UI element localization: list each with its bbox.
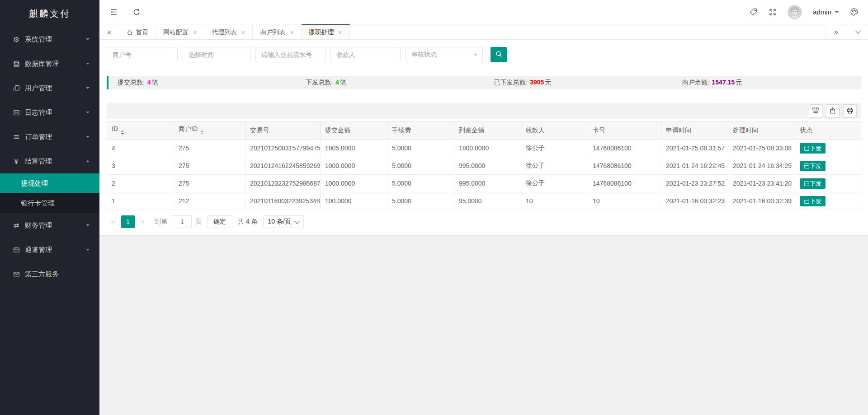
tab[interactable]: 网站配置× (156, 24, 204, 39)
sidebar-item-label: 通道管理 (25, 246, 86, 254)
sidebar-item-label: 数据库管理 (25, 60, 86, 68)
fullscreen-icon[interactable] (769, 8, 777, 16)
tabs: 首页网站配置×代理列表×商户列表×提现处理× (119, 24, 350, 39)
sidebar-item[interactable]: 第三方服务 (0, 262, 99, 286)
status-badge: 已下发 (800, 161, 826, 171)
chevron-down-icon (86, 112, 90, 115)
exchange-icon: ⇄ (12, 221, 21, 229)
export-button[interactable] (826, 104, 840, 118)
prev-page-button[interactable]: < (107, 215, 119, 228)
close-icon[interactable]: × (241, 29, 245, 36)
tab[interactable]: 代理列表× (204, 24, 253, 39)
payee-input[interactable] (330, 47, 401, 62)
merchant-no-input[interactable] (107, 47, 178, 62)
table-cell: 2021-01-23 23:41:20 (728, 175, 795, 192)
table-cell: 已下发 (795, 175, 861, 192)
sidebar-subitem[interactable]: 银行卡管理 (0, 193, 99, 213)
stat-value: 4 (147, 79, 151, 86)
sidebar-item-label: 日志管理 (25, 108, 86, 117)
table-cell: 2021-01-24 16:34:25 (728, 157, 795, 175)
table-row: 12122021011600322392534881100.00005.0000… (107, 192, 861, 210)
sort-icon[interactable] (121, 128, 124, 136)
status-badge: 已下发 (800, 178, 826, 189)
tabs-operations-button[interactable] (847, 24, 868, 39)
sidebar-subitem[interactable]: 提现处理 (0, 173, 99, 193)
sidebar-item[interactable]: ⇄ 财务管理 (0, 213, 99, 238)
chevron-down-icon (86, 87, 90, 91)
sidebar-item[interactable]: 通道管理 (0, 238, 99, 262)
chevron-down-icon (86, 224, 90, 228)
table-cell: 3 (107, 157, 174, 175)
table-row: 327520210124162245859269361000.00005.000… (107, 157, 861, 175)
page-label: 页 (195, 218, 202, 226)
stat: 已下发总额: 3905元 (485, 79, 673, 87)
sidebar-item[interactable]: ⚙ 系统管理 (0, 27, 99, 51)
copy-icon (12, 85, 21, 92)
print-button[interactable] (843, 104, 857, 118)
sidebar-item[interactable]: 用户管理 (0, 76, 99, 100)
sidebar-item[interactable]: 日志管理 (0, 100, 99, 125)
page-background (99, 236, 868, 415)
theme-palette-icon[interactable] (850, 8, 859, 16)
tab[interactable]: 商户列表× (253, 24, 301, 39)
chevron-down-icon (835, 11, 839, 15)
total-count: 共 4 条 (238, 218, 258, 226)
table-cell: 5.0000 (387, 175, 454, 192)
stat-unit: 元 (545, 79, 551, 86)
tab[interactable]: 提现处理× (302, 24, 350, 39)
table-cell: 1000.0000 (321, 175, 387, 192)
table-cell: 2021-01-25 08:33:08 (728, 140, 795, 157)
table-cell: 275 (174, 175, 245, 192)
audit-status-select[interactable]: 审核状态 (406, 47, 483, 62)
home-icon (127, 29, 133, 36)
stat-label: 下发总数: (306, 79, 335, 86)
sidebar-item[interactable]: 数据库管理 (0, 51, 99, 76)
table-cell: 2021-01-25 08:31:57 (661, 140, 728, 157)
user-menu[interactable]: admin (813, 8, 839, 16)
goto-page-input[interactable] (173, 215, 192, 228)
date-input[interactable] (183, 47, 250, 62)
status-badge: 已下发 (800, 196, 826, 206)
column-header[interactable]: 商户ID (174, 122, 245, 140)
search-button[interactable] (491, 47, 507, 62)
close-icon[interactable]: × (290, 29, 293, 36)
column-header: 收款人 (521, 122, 588, 140)
confirm-button[interactable]: 确定 (207, 215, 232, 228)
table-cell: 995.0000 (454, 157, 521, 175)
column-header[interactable]: ID (107, 122, 174, 140)
tab[interactable]: 首页 (119, 24, 156, 39)
stat-label: 商户余额: (682, 79, 711, 86)
database-icon (12, 61, 21, 67)
current-page-button[interactable]: 1 (121, 215, 135, 228)
tab-label: 网站配置 (163, 28, 189, 37)
next-page-button[interactable]: > (137, 215, 149, 228)
topbar-right: admin (749, 5, 859, 19)
table-cell: 4 (107, 140, 174, 157)
columns-button[interactable] (809, 104, 822, 118)
trade-no-input[interactable] (255, 47, 326, 62)
sort-icon[interactable] (200, 128, 204, 136)
collapse-sidebar-icon[interactable] (109, 8, 118, 16)
sidebar-item[interactable]: ¥ 结算管理 (0, 149, 99, 173)
sidebar-item[interactable]: 订单管理 (0, 125, 99, 149)
close-icon[interactable]: × (339, 29, 342, 36)
refresh-icon[interactable] (132, 8, 141, 16)
tag-icon[interactable] (749, 8, 758, 16)
goto-label: 到第 (155, 218, 167, 226)
tabs-scroll-left-button[interactable]: « (99, 24, 119, 39)
content-card: 审核状态 提交总数: 4笔下发总数: 4笔已下发总额: 3905元商户余额: 1… (99, 40, 868, 236)
close-icon[interactable]: × (193, 29, 197, 36)
page-size-select[interactable]: 10 条/页 (263, 215, 304, 228)
stat-value: 1547.15 (712, 79, 735, 86)
stat-label: 提交总数: (118, 79, 146, 86)
stat-value: 3905 (530, 79, 544, 86)
table-cell: 2 (107, 175, 174, 192)
columns-icon (812, 107, 819, 116)
table-cell: 95.0000 (454, 192, 521, 210)
avatar[interactable] (788, 5, 802, 19)
table-cell: 徐公子 (521, 157, 588, 175)
stat: 商户余额: 1547.15元 (673, 79, 861, 87)
yen-icon: ¥ (12, 158, 21, 165)
username: admin (813, 8, 831, 16)
tabs-more-button[interactable]: » (825, 24, 847, 39)
